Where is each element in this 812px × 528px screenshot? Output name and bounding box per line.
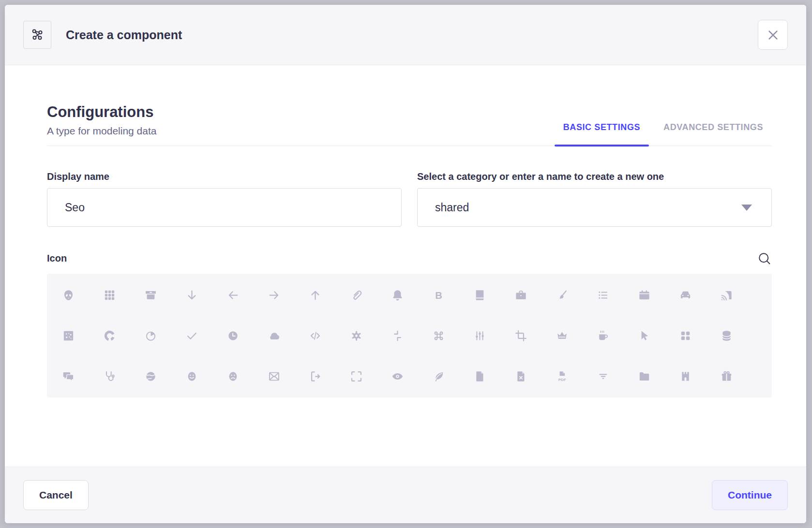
icon-option-cursor[interactable]: [630, 321, 659, 350]
icon-option-cloud[interactable]: [260, 321, 289, 350]
arrow-up-icon: [309, 289, 322, 302]
category-select[interactable]: shared: [417, 188, 772, 227]
icon-option-arrow-left[interactable]: [219, 280, 248, 309]
icon-option-dashboard[interactable]: [671, 321, 700, 350]
icon-option-gate[interactable]: [671, 362, 700, 391]
search-icon: [757, 251, 772, 266]
icon-option-cog[interactable]: [342, 321, 371, 350]
gift-icon: [720, 370, 733, 383]
dashboard-icon: [679, 329, 692, 342]
file-icon: [473, 370, 486, 383]
chart-bubble-icon: [62, 329, 75, 342]
eye-icon: [391, 370, 404, 383]
icon-option-expand[interactable]: [342, 362, 371, 391]
icon-option-briefcase[interactable]: [507, 280, 536, 309]
section-titles: Configurations A type for modeling data: [47, 103, 156, 146]
icon-option-folder[interactable]: [630, 362, 659, 391]
briefcase-icon: [514, 289, 527, 302]
icon-option-file-error[interactable]: [507, 362, 536, 391]
icon-option-attachment[interactable]: [342, 280, 371, 309]
icon-option-file[interactable]: [466, 362, 495, 391]
close-icon: [767, 29, 780, 42]
icon-option-database[interactable]: [712, 321, 741, 350]
icon-option-clock[interactable]: [219, 321, 248, 350]
emotion-happy-icon: [185, 370, 198, 383]
icon-option-apps[interactable]: [95, 280, 124, 309]
icon-option-crop[interactable]: [507, 321, 536, 350]
icon-option-emotion-happy[interactable]: [178, 362, 207, 391]
icon-option-cast[interactable]: [712, 280, 741, 309]
icon-option-calendar[interactable]: [630, 280, 659, 309]
icon-picker-section: Icon BPDF: [47, 251, 772, 397]
icon-grid-row: [48, 315, 772, 356]
icon-option-crown[interactable]: [548, 321, 577, 350]
doctor-icon: [103, 370, 116, 383]
icon-option-earth[interactable]: [136, 362, 165, 391]
icon-option-arrow-down[interactable]: [178, 280, 207, 309]
icon-option-bold[interactable]: B: [424, 280, 453, 309]
earth-icon: [144, 370, 157, 383]
modal-title: Create a component: [66, 28, 182, 42]
icon-option-feather[interactable]: [424, 362, 453, 391]
icon-option-book[interactable]: [466, 280, 495, 309]
component-icon: [30, 28, 45, 42]
icon-option-gift[interactable]: [712, 362, 741, 391]
icon-option-sliders[interactable]: [466, 321, 495, 350]
chart-circle-icon: [103, 329, 116, 342]
icon-option-cup[interactable]: [589, 321, 618, 350]
tab-advanced-settings[interactable]: ADVANCED SETTINGS: [655, 122, 772, 146]
continue-button[interactable]: Continue: [712, 480, 788, 510]
modal-body: Configurations A type for modeling data …: [5, 65, 806, 467]
cloud-icon: [268, 329, 281, 342]
page-title: Configurations: [47, 103, 156, 121]
close-button[interactable]: [758, 20, 788, 50]
icon-option-collapse[interactable]: [383, 321, 412, 350]
icon-option-exit[interactable]: [301, 362, 330, 391]
settings-tabs: BASIC SETTINGS ADVANCED SETTINGS: [555, 122, 772, 146]
icon-option-archive[interactable]: [136, 280, 165, 309]
sliders-icon: [473, 329, 486, 342]
icon-option-emotion-unhappy[interactable]: [219, 362, 248, 391]
cast-icon: [720, 289, 733, 302]
tab-basic-settings[interactable]: BASIC SETTINGS: [555, 122, 649, 146]
exit-icon: [309, 370, 322, 383]
icon-option-chart-bubble[interactable]: [54, 321, 83, 350]
display-name-input[interactable]: [47, 188, 402, 227]
icon-option-bell[interactable]: [383, 280, 412, 309]
icon-grid-row: PDF: [48, 356, 772, 396]
icon-option-envelope[interactable]: [260, 362, 289, 391]
cancel-button[interactable]: Cancel: [23, 480, 89, 510]
crown-icon: [556, 329, 569, 342]
icon-option-chart-circle[interactable]: [95, 321, 124, 350]
icon-option-arrow-up[interactable]: [301, 280, 330, 309]
icon-option-chart-pie[interactable]: [136, 321, 165, 350]
arrow-down-icon: [185, 289, 198, 302]
book-icon: [473, 289, 486, 302]
icon-option-car[interactable]: [671, 280, 700, 309]
icon-option-eye[interactable]: [383, 362, 412, 391]
icon-option-code[interactable]: [301, 321, 330, 350]
arrow-right-icon: [268, 289, 281, 302]
component-icon-box: [23, 21, 51, 49]
command-icon: [432, 329, 445, 342]
icon-option-file-pdf[interactable]: PDF: [548, 362, 577, 391]
discuss-icon: [62, 370, 75, 383]
feather-icon: [432, 370, 445, 383]
icon-option-check[interactable]: [178, 321, 207, 350]
category-field: Select a category or enter a name to cre…: [417, 171, 772, 227]
icon-option-command[interactable]: [424, 321, 453, 350]
icon-option-discuss[interactable]: [54, 362, 83, 391]
icon-search-button[interactable]: [757, 251, 772, 266]
alien-icon: [62, 289, 75, 302]
display-name-field: Display name: [47, 171, 402, 227]
icon-option-brush[interactable]: [548, 280, 577, 309]
icon-option-doctor[interactable]: [95, 362, 124, 391]
icon-option-arrow-right[interactable]: [260, 280, 289, 309]
gate-icon: [679, 370, 692, 383]
chevron-down-icon: [741, 205, 752, 211]
icon-option-filter[interactable]: [589, 362, 618, 391]
category-label: Select a category or enter a name to cre…: [417, 171, 772, 182]
collapse-icon: [391, 329, 404, 342]
icon-option-alien[interactable]: [54, 280, 83, 309]
icon-option-bullet-list[interactable]: [589, 280, 618, 309]
